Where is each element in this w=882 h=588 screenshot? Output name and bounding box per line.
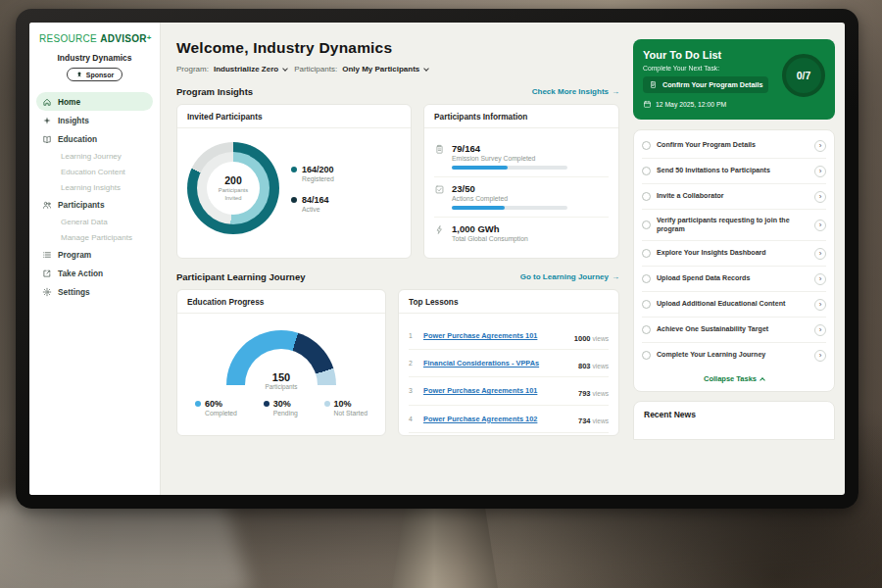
sponsor-badge[interactable]: Sponsor — [67, 68, 122, 81]
invited-participants-card: Invited Participants 200 Participants In… — [176, 104, 412, 259]
link-label: Go to Learning Journey — [520, 272, 609, 281]
program-list-icon — [42, 250, 52, 260]
lesson-views: 793 — [578, 389, 591, 398]
program-filter-select[interactable]: Industrialize Zero — [214, 65, 287, 74]
lesson-rank: 4 — [409, 416, 417, 422]
task-chevron-button[interactable]: › — [814, 191, 826, 203]
task-checkbox[interactable] — [642, 351, 651, 360]
donut-legend: 164/200 Registered 84/164 Active — [291, 165, 334, 213]
program-filter-label: Program: — [176, 65, 209, 74]
participants-icon — [42, 200, 52, 210]
todo-due-date: 12 May 2025, 12:00 PM — [643, 100, 825, 109]
next-task-chip[interactable]: Confirm Your Program Details — [643, 76, 768, 93]
task-row[interactable]: Send 50 Invitations to Participants › — [642, 159, 826, 184]
participants-filter: Participants: Only My Participants — [294, 65, 428, 74]
checklist-icon — [434, 184, 445, 195]
card-title: Top Lessons — [399, 290, 618, 314]
task-row[interactable]: Upload Spend Data Records › — [642, 267, 826, 292]
task-row[interactable]: Confirm Your Program Details › — [642, 133, 826, 159]
info-row-consumption: 1,000 GWh Total Global Consumption — [434, 218, 609, 249]
task-checkbox[interactable] — [642, 141, 651, 150]
task-row[interactable]: Achieve One Sustainability Target › — [642, 318, 826, 343]
legend-label: Pending — [273, 410, 298, 416]
progress-bar — [452, 166, 567, 170]
task-checkbox[interactable] — [642, 167, 651, 175]
task-checkbox[interactable] — [642, 274, 651, 283]
gauge-legend: 60% Completed 30% Pending — [187, 390, 375, 416]
card-title: Education Progress — [177, 290, 385, 314]
arrow-right-icon: → — [612, 272, 619, 281]
task-row[interactable]: Invite a Collaborator › — [642, 184, 826, 210]
gauge-center: 150 Participants — [187, 371, 375, 390]
task-row[interactable]: Complete Your Learning Journey › — [642, 343, 826, 368]
lesson-row: 3 Power Purchase Agreements 101 793views — [409, 377, 609, 405]
lesson-views-unit: views — [593, 417, 610, 424]
sidebar-item-settings[interactable]: Settings — [36, 282, 153, 301]
due-date-label: 12 May 2025, 12:00 PM — [656, 101, 726, 108]
task-row[interactable]: Upload Additional Educational Content › — [642, 292, 826, 318]
task-chevron-button[interactable]: › — [814, 248, 826, 260]
lesson-link[interactable]: Power Purchase Agreements 101 — [423, 331, 568, 340]
sidebar-item-label: Settings — [58, 287, 90, 297]
sidebar-item-label: Home — [58, 97, 80, 107]
legend-item-not-started: 10% Not Started — [324, 399, 368, 416]
participants-filter-select[interactable]: Only My Participants — [342, 65, 428, 74]
lesson-row: 5 Power Purchase Agreements 103 600views — [409, 433, 609, 436]
go-to-learning-journey-link[interactable]: Go to Learning Journey → — [520, 272, 619, 281]
check-more-insights-link[interactable]: Check More Insights → — [532, 87, 619, 96]
sidebar-item-program[interactable]: Program — [36, 245, 153, 264]
sidebar-item-learning-journey[interactable]: Learning Journey — [36, 148, 153, 164]
task-checkbox[interactable] — [642, 325, 651, 334]
donut-center-label: Participants Invited — [214, 187, 253, 201]
lesson-views-unit: views — [593, 363, 610, 369]
legend-value: 60% — [205, 399, 237, 409]
legend-item-registered: 164/200 Registered — [291, 165, 334, 182]
task-chevron-button[interactable]: › — [814, 324, 826, 336]
sidebar-item-insights[interactable]: Insights — [36, 111, 153, 129]
task-checkbox[interactable] — [642, 220, 651, 229]
program-insights-header: Program Insights Check More Insights → — [176, 86, 619, 97]
task-label: Achieve One Sustainability Target — [657, 325, 808, 334]
task-label: Verify participants requesting to join t… — [657, 217, 808, 234]
lesson-link[interactable]: Power Purchase Agreements 101 — [423, 386, 572, 395]
info-value: 1,000 GWh — [452, 223, 528, 234]
progress-bar — [452, 206, 567, 210]
task-chevron-button[interactable]: › — [814, 273, 826, 285]
chevron-down-icon — [423, 66, 429, 72]
task-checkbox[interactable] — [642, 249, 651, 258]
invited-card-body: 200 Participants Invited 164/200 Registe… — [177, 128, 411, 243]
task-chevron-button[interactable]: › — [814, 299, 826, 311]
education-card-body: 150 Participants 60% Completed — [177, 314, 385, 425]
task-row[interactable]: Explore Your Insights Dashboard › — [642, 241, 826, 267]
info-card-body: 79/164 Emission Survey Completed 23/50 A… — [424, 128, 618, 258]
lesson-row: 4 Power Purchase Agreements 102 734views — [409, 406, 609, 433]
task-chevron-button[interactable]: › — [814, 220, 826, 231]
collapse-tasks-button[interactable]: Collapse Tasks — [642, 368, 826, 386]
task-label: Confirm Your Program Details — [657, 141, 808, 150]
sidebar-item-take-action[interactable]: Take Action — [36, 264, 153, 282]
sidebar-item-home[interactable]: Home — [36, 92, 153, 111]
task-chevron-button[interactable]: › — [814, 140, 826, 152]
sidebar-item-general-data[interactable]: General Data — [36, 214, 153, 229]
task-checkbox[interactable] — [642, 192, 651, 201]
sidebar-item-manage-participants[interactable]: Manage Participants — [36, 229, 153, 245]
legend-label: Registered — [302, 175, 334, 182]
task-checkbox[interactable] — [642, 300, 651, 309]
sidebar-item-learning-insights[interactable]: Learning Insights — [36, 179, 153, 195]
sidebar-item-participants[interactable]: Participants — [36, 195, 153, 214]
legend-dot-completed — [195, 401, 201, 407]
task-row[interactable]: Verify participants requesting to join t… — [642, 210, 826, 241]
task-chevron-button[interactable]: › — [814, 166, 826, 177]
lesson-link[interactable]: Power Purchase Agreements 102 — [423, 415, 572, 423]
sidebar-item-label: Education — [58, 134, 97, 144]
section-title: Program Insights — [176, 86, 253, 97]
sidebar-item-education[interactable]: Education — [36, 129, 153, 148]
gauge-center-label: Participants — [187, 383, 375, 390]
participants-information-card: Participants Information 79/164 Emission… — [423, 104, 619, 259]
legend-dot-active — [291, 197, 297, 203]
app-logo: RESOURCE ADVISOR+ — [36, 33, 153, 44]
lesson-link[interactable]: Financial Considerations - VPPAs — [423, 359, 572, 368]
info-label: Actions Completed — [452, 195, 567, 202]
sidebar-item-education-content[interactable]: Education Content — [36, 164, 153, 179]
task-chevron-button[interactable]: › — [814, 350, 826, 362]
